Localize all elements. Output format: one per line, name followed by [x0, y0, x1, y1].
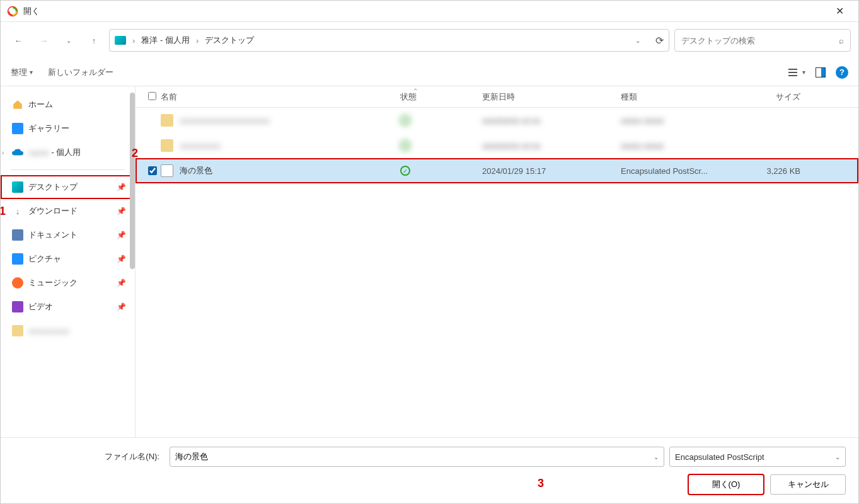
pin-icon: 📌 — [117, 231, 126, 239]
breadcrumb-folder[interactable]: デスクトップ — [205, 35, 254, 46]
sidebar-item-label: ダウンロード — [28, 205, 78, 217]
sidebar-item-label: ホーム — [28, 99, 53, 110]
dialog-footer: ファイル名(N): ⌄ Encapsulated PostScript ⌄ 3 … — [1, 437, 858, 503]
open-button[interactable]: 開く(O) — [688, 474, 764, 495]
select-all-checkbox[interactable] — [148, 92, 156, 100]
home-icon — [12, 99, 23, 110]
expand-icon[interactable]: › — [2, 149, 4, 156]
file-list: xxxxxxxxxxxxxxxxxxxxxx ✓ xxxx/xx/xx xx:x… — [135, 108, 858, 437]
sidebar-item-label: xxxxxxxxxx — [28, 326, 69, 336]
sidebar-item-pictures[interactable]: ピクチャ 📌 — [1, 247, 135, 271]
filename-input[interactable] — [175, 452, 654, 462]
breadcrumb-root[interactable]: 雅洋 - 個人用 — [141, 35, 190, 46]
column-date[interactable]: 更新日時 — [482, 91, 621, 103]
search-input[interactable] — [681, 36, 839, 45]
open-file-dialog: 開く ✕ ← → ⌄ ↑ › 雅洋 - 個人用 › デスクトップ ⌄ ⟳ ⌕ 整… — [0, 0, 859, 504]
folder-icon — [161, 139, 173, 152]
file-name: xxxxxxxxxxxxxxxxxxxxxx — [180, 116, 400, 125]
pin-icon: 📌 — [117, 207, 126, 215]
sync-status-icon: ✓ — [400, 140, 410, 151]
annotation-3: 3 — [538, 477, 544, 490]
filetype-filter[interactable]: Encapsulated PostScript ⌄ — [669, 447, 846, 467]
back-button[interactable]: ← — [8, 30, 28, 50]
sidebar-item-music[interactable]: ミュージック 📌 — [1, 271, 135, 295]
sidebar-item-gallery[interactable]: ギャラリー — [1, 117, 135, 140]
chevron-right-icon: › — [196, 36, 199, 45]
column-headers: ⌃ 名前 状態 更新日時 種類 サイズ — [135, 86, 858, 108]
sidebar-item-hidden[interactable]: xxxxxxxxxx — [1, 319, 135, 343]
folder-icon — [161, 114, 173, 127]
help-button[interactable]: ? — [836, 66, 848, 79]
eps-file-icon — [161, 164, 173, 177]
sidebar-item-videos[interactable]: ビデオ 📌 — [1, 295, 135, 319]
file-type: xxxxx xxxxx — [621, 141, 737, 151]
sidebar-item-downloads[interactable]: ↓ ダウンロード 📌 — [1, 199, 135, 223]
recent-locations-button[interactable]: ⌄ — [59, 30, 79, 50]
file-date: 2024/01/29 15:17 — [482, 166, 621, 176]
view-options-button[interactable]: ▾ — [788, 68, 805, 77]
up-button[interactable]: ↑ — [84, 30, 104, 50]
chevron-down-icon: ⌄ — [835, 454, 840, 461]
address-bar[interactable]: › 雅洋 - 個人用 › デスクトップ ⌄ ⟳ — [109, 29, 669, 52]
scrollbar[interactable] — [130, 93, 135, 269]
forward-button[interactable]: → — [33, 30, 54, 50]
sidebar-item-desktop[interactable]: デスクトップ 📌 — [1, 175, 135, 199]
sidebar-item-onedrive[interactable]: › name - 個人用 — [1, 140, 135, 164]
sidebar-item-label: ピクチャ — [28, 253, 61, 265]
sidebar-item-label: ドキュメント — [28, 229, 78, 241]
file-type: xxxxx xxxxx — [621, 116, 737, 125]
column-name[interactable]: 名前 — [161, 91, 400, 103]
video-icon — [12, 301, 23, 312]
dialog-body: ホーム ギャラリー › name - 個人用 1 デスクトップ 📌 ↓ ダ — [1, 86, 858, 437]
sidebar-item-label: ギャラリー — [28, 123, 69, 134]
file-type: Encapsulated PostScr... — [621, 166, 737, 176]
pin-icon: 📌 — [117, 255, 126, 263]
refresh-button[interactable]: ⟳ — [655, 35, 664, 47]
file-size: 3,226 KB — [737, 166, 807, 176]
annotation-2: 2 — [132, 147, 138, 160]
search-icon: ⌕ — [839, 36, 844, 45]
nav-row: ← → ⌄ ↑ › 雅洋 - 個人用 › デスクトップ ⌄ ⟳ ⌕ — [1, 22, 858, 59]
picture-icon — [12, 253, 23, 265]
file-name: 海の景色 — [180, 165, 400, 176]
file-row-blurred[interactable]: xxxxxxxxxxxxxxxxxxxxxx ✓ xxxx/xx/xx xx:x… — [135, 108, 858, 133]
cancel-button[interactable]: キャンセル — [770, 474, 846, 495]
filter-label: Encapsulated PostScript — [675, 452, 764, 462]
app-icon — [7, 6, 18, 17]
file-row-selected[interactable]: 海の景色 ✓ 2024/01/29 15:17 Encapsulated Pos… — [135, 158, 858, 183]
row-checkbox[interactable] — [148, 166, 157, 175]
filename-label: ファイル名(N): — [13, 451, 164, 462]
sidebar-item-documents[interactable]: ドキュメント 📌 — [1, 223, 135, 247]
new-folder-button[interactable]: 新しいフォルダー — [48, 67, 113, 78]
monitor-icon — [115, 36, 126, 45]
file-row-blurred[interactable]: xxxxxxxxxx ✓ xxxx/xx/xx xx:xx xxxxx xxxx… — [135, 133, 858, 158]
document-icon — [12, 229, 23, 241]
annotation-1: 1 — [1, 205, 6, 218]
search-box[interactable]: ⌕ — [674, 29, 851, 52]
sort-indicator-icon: ⌃ — [413, 88, 418, 94]
sidebar-item-label: ビデオ — [28, 301, 53, 312]
filename-field[interactable]: ⌄ — [170, 447, 664, 467]
column-size[interactable]: サイズ — [737, 91, 807, 103]
sync-status-icon: ✓ — [400, 166, 410, 176]
file-date: xxxx/xx/xx xx:xx — [482, 141, 621, 151]
sidebar-item-label: デスクトップ — [28, 181, 78, 193]
preview-pane-button[interactable] — [816, 67, 826, 77]
cloud-icon — [12, 147, 23, 158]
chevron-down-icon[interactable]: ⌄ — [635, 37, 640, 44]
sidebar-item-label: ミュージック — [28, 277, 78, 289]
column-type[interactable]: 種類 — [621, 91, 737, 103]
titlebar: 開く ✕ — [1, 1, 858, 22]
sidebar-item-label: - 個人用 — [52, 147, 81, 158]
organize-button[interactable]: 整理 ▾ — [11, 67, 33, 78]
divider — [11, 169, 125, 170]
file-date: xxxx/xx/xx xx:xx — [482, 116, 621, 125]
sidebar-item-user: name — [28, 148, 49, 158]
sidebar-item-home[interactable]: ホーム — [1, 93, 135, 117]
sidebar: ホーム ギャラリー › name - 個人用 1 デスクトップ 📌 ↓ ダ — [1, 86, 135, 437]
close-button[interactable]: ✕ — [827, 5, 852, 17]
folder-icon — [12, 325, 23, 336]
dialog-title: 開く — [23, 6, 827, 17]
gallery-icon — [12, 123, 23, 134]
chevron-down-icon[interactable]: ⌄ — [654, 454, 659, 461]
